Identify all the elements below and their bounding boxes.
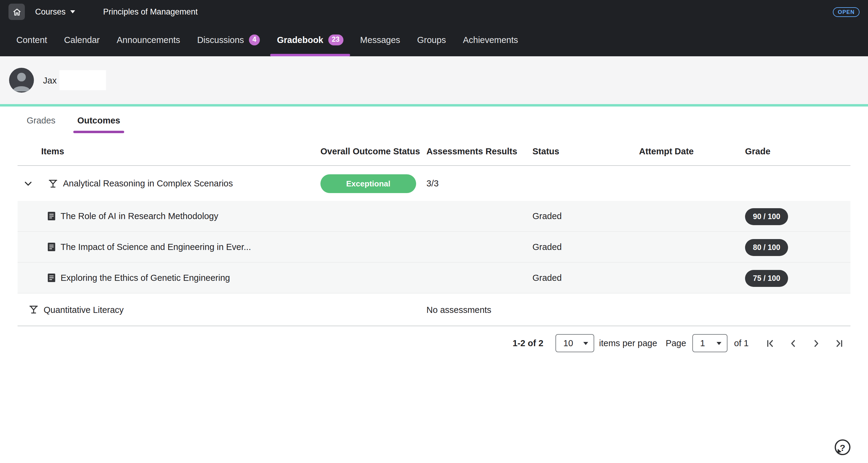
pagination-bar: 1-2 of 2 10 items per page Page 1 of 1 bbox=[18, 334, 850, 352]
first-page-icon bbox=[764, 337, 776, 349]
person-icon bbox=[9, 68, 34, 93]
col-header-items: Items bbox=[18, 146, 320, 156]
col-header-attempt-date: Attempt Date bbox=[639, 146, 745, 156]
next-page-button[interactable] bbox=[804, 334, 828, 352]
previous-page-button[interactable] bbox=[781, 334, 804, 352]
first-page-button[interactable] bbox=[758, 334, 781, 352]
outcome-row: Analytical Reasoning in Complex Scenario… bbox=[18, 166, 850, 201]
nav-item-groups[interactable]: Groups bbox=[408, 24, 454, 56]
assessment-status: Graded bbox=[532, 211, 639, 221]
assessment-row: The Impact of Science and Engineering in… bbox=[18, 232, 850, 263]
course-title: Principles of Management bbox=[103, 7, 198, 16]
page-number-select[interactable]: 1 bbox=[692, 334, 727, 352]
question-mark-icon: ? bbox=[840, 442, 845, 453]
grade-pill: 75 / 100 bbox=[745, 270, 788, 287]
results-range: 1-2 of 2 bbox=[513, 338, 544, 348]
assessment-status: Graded bbox=[532, 273, 639, 283]
nav-item-gradebook[interactable]: Gradebook 23 bbox=[268, 24, 352, 56]
outcome-icon bbox=[28, 304, 39, 315]
gradebook-count-badge: 23 bbox=[328, 35, 343, 45]
student-profile-strip: Jax bbox=[0, 56, 868, 104]
app-root: Courses Principles of Management OPEN Co… bbox=[0, 0, 868, 463]
grade-pill: 80 / 100 bbox=[745, 239, 788, 256]
nav-item-label: Content bbox=[17, 35, 47, 45]
assignment-icon bbox=[47, 242, 56, 252]
discussions-count-badge: 4 bbox=[249, 35, 260, 45]
nav-item-calendar[interactable]: Calendar bbox=[56, 24, 108, 56]
nav-item-discussions[interactable]: Discussions 4 bbox=[189, 24, 269, 56]
nav-item-label: Achievements bbox=[463, 35, 518, 45]
assignment-icon bbox=[47, 211, 56, 221]
items-per-page-select[interactable]: 10 bbox=[555, 334, 594, 352]
tab-outcomes[interactable]: Outcomes bbox=[73, 106, 124, 133]
student-name: Jax bbox=[43, 75, 57, 85]
col-header-assessments-results: Assessments Results bbox=[427, 146, 532, 156]
chevron-down-icon bbox=[70, 10, 75, 13]
last-page-icon bbox=[833, 337, 845, 349]
outcome-status-pill: Exceptional bbox=[320, 174, 416, 193]
nav-item-achievements[interactable]: Achievements bbox=[454, 24, 526, 56]
assessment-status: Graded bbox=[532, 242, 639, 252]
outcome-title: Quantitative Literacy bbox=[43, 305, 124, 315]
collapse-outcome-button[interactable] bbox=[23, 178, 33, 188]
name-redaction-box bbox=[59, 70, 106, 90]
assessments-results-value: 3/3 bbox=[427, 178, 532, 188]
outcomes-table: Items Overall Outcome Status Assessments… bbox=[18, 133, 850, 352]
page-count-label: of 1 bbox=[734, 338, 749, 348]
chevron-left-icon bbox=[787, 337, 799, 349]
assessment-title: The Impact of Science and Engineering in… bbox=[61, 242, 251, 252]
outcome-title: Analytical Reasoning in Complex Scenario… bbox=[63, 178, 233, 188]
grade-pill: 90 / 100 bbox=[745, 208, 788, 225]
nav-item-label: Groups bbox=[417, 35, 446, 45]
table-header-row: Items Overall Outcome Status Assessments… bbox=[18, 133, 850, 166]
nav-item-label: Discussions bbox=[197, 35, 244, 45]
col-header-status: Status bbox=[532, 146, 639, 156]
home-icon bbox=[12, 7, 22, 16]
teal-divider bbox=[0, 104, 868, 106]
page-number-value: 1 bbox=[700, 338, 705, 348]
home-button[interactable] bbox=[8, 4, 25, 20]
chevron-down-icon bbox=[583, 342, 588, 345]
courses-label: Courses bbox=[35, 7, 66, 16]
chevron-right-icon bbox=[810, 337, 822, 349]
nav-item-announcements[interactable]: Announcements bbox=[108, 24, 189, 56]
assessment-row: The Role of AI in Research Methodology G… bbox=[18, 201, 850, 232]
last-page-button[interactable] bbox=[828, 334, 850, 352]
chevron-down-icon bbox=[717, 342, 721, 345]
assessment-title: The Role of AI in Research Methodology bbox=[61, 211, 218, 221]
nav-item-label: Calendar bbox=[64, 35, 100, 45]
assignment-icon bbox=[47, 273, 56, 283]
course-navbar: Content Calendar Announcements Discussio… bbox=[0, 24, 868, 56]
nav-item-label: Announcements bbox=[117, 35, 180, 45]
assessments-results-value: No assessments bbox=[427, 305, 532, 315]
top-bar: Courses Principles of Management OPEN bbox=[0, 0, 868, 24]
page-label: Page bbox=[666, 338, 686, 348]
tab-grades[interactable]: Grades bbox=[23, 106, 60, 133]
col-header-overall-outcome-status: Overall Outcome Status bbox=[320, 146, 427, 156]
help-button[interactable]: ? bbox=[835, 439, 850, 455]
items-per-page-value: 10 bbox=[563, 338, 573, 348]
nav-item-label: Messages bbox=[360, 35, 400, 45]
items-per-page-label: items per page bbox=[599, 338, 657, 348]
outcome-row: Quantitative Literacy No assessments bbox=[18, 294, 850, 326]
nav-item-label: Gradebook bbox=[277, 35, 323, 45]
nav-item-messages[interactable]: Messages bbox=[352, 24, 408, 56]
gradebook-tabs: Grades Outcomes bbox=[0, 106, 868, 133]
chevron-down-icon bbox=[23, 179, 32, 188]
courses-dropdown[interactable]: Courses bbox=[35, 7, 75, 16]
col-header-grade: Grade bbox=[745, 146, 850, 156]
assessment-row: Exploring the Ethics of Genetic Engineer… bbox=[18, 263, 850, 294]
nav-item-content[interactable]: Content bbox=[8, 24, 56, 56]
outcome-icon bbox=[48, 178, 58, 189]
assessment-title: Exploring the Ethics of Genetic Engineer… bbox=[61, 273, 230, 283]
avatar bbox=[9, 68, 34, 93]
open-status-badge: OPEN bbox=[833, 7, 860, 16]
